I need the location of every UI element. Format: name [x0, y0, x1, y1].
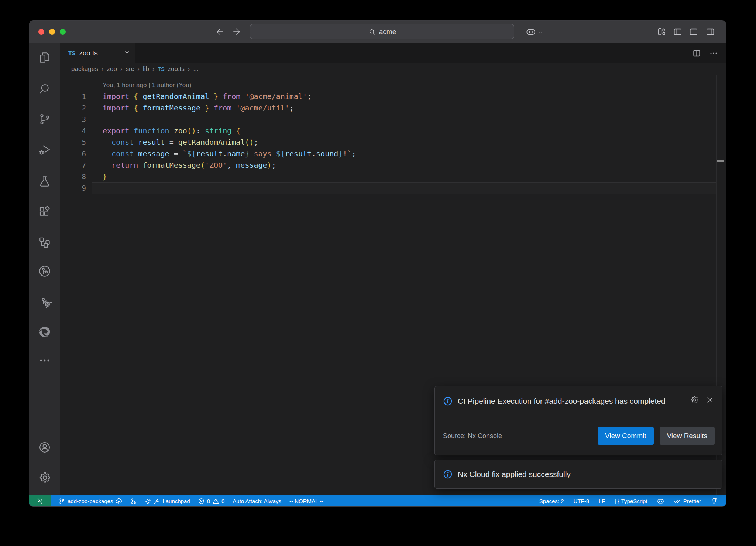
customize-layout-icon[interactable] — [657, 27, 667, 38]
back-arrow-icon[interactable] — [215, 27, 225, 38]
explorer-icon[interactable] — [38, 51, 51, 64]
notification-message: CI Pipeline Execution for #add-zoo-packa… — [458, 395, 676, 407]
run-and-debug-icon[interactable] — [38, 143, 51, 157]
remote-indicator[interactable] — [29, 495, 51, 506]
remote-icon — [37, 498, 43, 504]
tab-zoo-ts[interactable]: TS zoo.ts — [60, 43, 135, 63]
line-number: 8 — [60, 171, 86, 182]
git-graph-icon — [130, 498, 137, 504]
language-status[interactable]: { } TypeScript — [615, 498, 647, 504]
search-icon — [368, 28, 376, 36]
notification-toast-nx-cloud-fix: Nx Cloud fix applied successfully — [434, 460, 722, 489]
testing-icon[interactable] — [38, 175, 51, 188]
source-control-icon[interactable] — [38, 113, 51, 126]
split-editor-icon[interactable] — [692, 49, 701, 58]
view-commit-button[interactable]: View Commit — [598, 427, 654, 445]
rocket-icon — [145, 498, 151, 504]
view-results-button[interactable]: View Results — [660, 427, 715, 445]
breadcrumb: packages› zoo› src› lib› TS zoo.ts› ... — [60, 63, 726, 75]
line-number: 4 — [60, 125, 86, 137]
breadcrumb-more[interactable]: ... — [193, 65, 199, 73]
auto-attach-status[interactable]: Auto Attach: Always — [233, 498, 281, 504]
branch-name: add-zoo-packages — [68, 498, 113, 504]
command-center-search[interactable]: acme — [250, 24, 514, 39]
git-graph-status[interactable] — [130, 498, 137, 504]
git-blame-annotation[interactable]: You, 1 hour ago | 1 author (You) — [103, 79, 726, 91]
chevron-down-icon[interactable] — [538, 30, 543, 36]
accounts-icon[interactable] — [38, 441, 51, 454]
code-line[interactable]: 1import { getRandomAnimal } from '@acme/… — [60, 91, 726, 102]
code-line[interactable]: 4export function zoo(): string { — [60, 125, 726, 137]
minimize-window-button[interactable] — [49, 29, 55, 35]
nx-cloud-icon[interactable] — [38, 294, 52, 308]
breadcrumb-item[interactable]: src — [126, 65, 134, 73]
launchpad-label: Launchpad — [162, 498, 190, 504]
additional-views-icon[interactable] — [38, 354, 51, 367]
code-line[interactable]: 9 — [60, 182, 726, 194]
extensions-icon[interactable] — [38, 205, 51, 218]
forward-arrow-icon[interactable] — [231, 27, 242, 38]
toggle-secondary-sidebar-icon[interactable] — [705, 27, 715, 38]
line-number: 2 — [60, 102, 86, 114]
breadcrumb-item[interactable]: zoo — [107, 65, 117, 73]
zoom-window-button[interactable] — [60, 29, 66, 35]
code-line[interactable]: 3 — [60, 114, 726, 125]
eol-status[interactable]: LF — [599, 498, 605, 504]
notification-source: Source: Nx Console — [443, 432, 502, 440]
tab-label: zoo.ts — [79, 49, 120, 57]
code-line[interactable]: 8} — [60, 171, 726, 182]
chevron-right-icon: › — [188, 65, 190, 73]
settings-gear-icon[interactable] — [38, 471, 51, 484]
plug-icon — [154, 498, 160, 504]
error-icon — [198, 498, 205, 504]
git-branch-icon — [59, 498, 65, 504]
code-line[interactable]: 6 const message = `${result.name} says $… — [60, 148, 726, 160]
line-number: 9 — [60, 182, 86, 194]
chevron-right-icon: › — [120, 65, 123, 73]
git-branch-status[interactable]: add-zoo-packages — [59, 498, 122, 504]
chevron-right-icon: › — [102, 65, 104, 73]
chevron-right-icon: › — [137, 65, 140, 73]
code-line[interactable]: 5 const result = getRandomAnimal(); — [60, 137, 726, 148]
title-bar: acme — [29, 21, 726, 43]
breadcrumb-item[interactable]: packages — [71, 65, 98, 73]
toggle-panel-icon[interactable] — [689, 27, 698, 38]
breadcrumb-file[interactable]: zoo.ts — [168, 65, 184, 73]
code-line[interactable]: 2import { formatMessage } from '@acme/ut… — [60, 102, 726, 114]
info-icon — [443, 470, 453, 479]
prettier-status[interactable]: Prettier — [674, 498, 701, 505]
search-view-icon[interactable] — [38, 82, 51, 96]
toggle-primary-sidebar-icon[interactable] — [673, 27, 683, 38]
line-number: 6 — [60, 148, 86, 160]
notification-close-icon[interactable] — [706, 396, 714, 404]
code-lines: 1import { getRandomAnimal } from '@acme/… — [60, 91, 726, 194]
notification-toast-ci-pipeline: CI Pipeline Execution for #add-zoo-packa… — [434, 386, 722, 455]
bell-icon — [711, 498, 717, 504]
encoding-status[interactable]: UTF-8 — [574, 498, 590, 504]
close-window-button[interactable] — [38, 29, 44, 35]
braces-icon: { } — [615, 498, 619, 504]
nx-console-icon[interactable] — [38, 264, 52, 278]
command-center-text: acme — [379, 28, 396, 36]
code-line[interactable]: 7 return formatMessage('ZOO', message); — [60, 160, 726, 171]
chevron-right-icon: › — [152, 65, 155, 73]
copilot-status[interactable] — [657, 498, 664, 505]
copilot-icon — [657, 498, 664, 505]
more-actions-icon[interactable] — [709, 49, 718, 58]
warning-icon — [213, 498, 219, 504]
launchpad-status[interactable]: Launchpad — [145, 498, 190, 504]
notifications-bell[interactable] — [711, 498, 717, 504]
copilot-icon[interactable] — [525, 26, 536, 39]
vim-mode-status[interactable]: -- NORMAL -- — [289, 498, 323, 504]
problems-status[interactable]: 0 0 — [198, 498, 225, 504]
double-check-icon — [674, 498, 681, 505]
notification-settings-gear-icon[interactable] — [690, 395, 699, 405]
breadcrumb-item[interactable]: lib — [143, 65, 149, 73]
error-count: 0 — [207, 498, 210, 504]
tab-close-icon[interactable] — [124, 50, 130, 56]
edge-tools-icon[interactable] — [38, 325, 52, 339]
project-hierarchy-icon[interactable] — [38, 236, 51, 249]
line-number: 5 — [60, 137, 86, 148]
line-number: 7 — [60, 160, 86, 171]
indentation-status[interactable]: Spaces: 2 — [539, 498, 564, 504]
